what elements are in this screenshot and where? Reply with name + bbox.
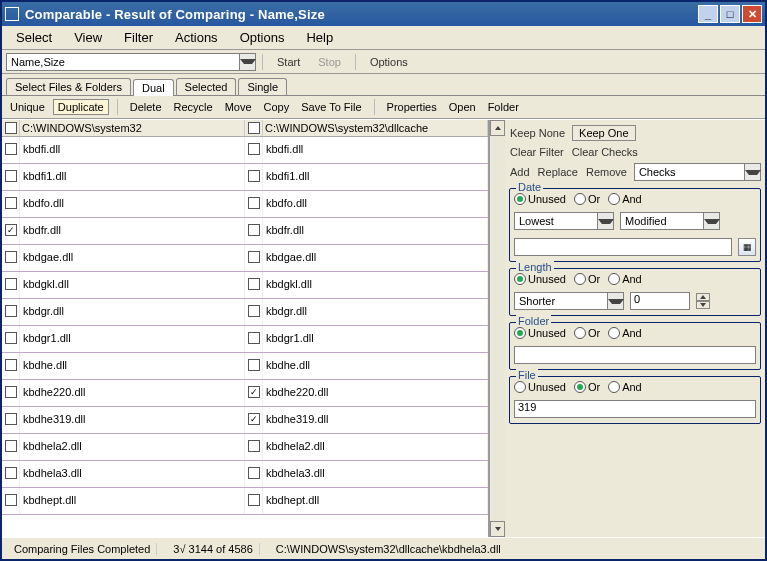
keep-none-link[interactable]: Keep None	[509, 126, 566, 140]
row-check-left[interactable]	[2, 245, 20, 271]
row-left-file[interactable]: kbdhela3.dll	[20, 461, 245, 487]
tab-dual[interactable]: Dual	[133, 79, 174, 96]
header-check-right[interactable]	[245, 120, 263, 136]
scroll-track[interactable]	[490, 136, 505, 521]
date-radio-and[interactable]: And	[608, 193, 642, 205]
row-right-file[interactable]: kbdhela3.dll	[263, 461, 488, 487]
add-link[interactable]: Add	[509, 165, 531, 179]
menu-select[interactable]: Select	[6, 28, 62, 47]
row-check-left[interactable]	[2, 407, 20, 433]
scroll-down-icon[interactable]	[490, 521, 505, 537]
row-check-left[interactable]	[2, 488, 20, 514]
row-check-right[interactable]	[245, 218, 263, 244]
row-right-file[interactable]: kbdfr.dll	[263, 218, 488, 244]
folder-radio-unused[interactable]: Unused	[514, 327, 566, 339]
row-left-file[interactable]: kbdhept.dll	[20, 488, 245, 514]
row-left-file[interactable]: kbdfo.dll	[20, 191, 245, 217]
row-right-file[interactable]: kbdgr1.dll	[263, 326, 488, 352]
row-check-right[interactable]	[245, 326, 263, 352]
date-radio-or[interactable]: Or	[574, 193, 600, 205]
chevron-down-icon[interactable]	[597, 213, 613, 229]
folder-button[interactable]: Folder	[484, 100, 523, 114]
row-right-file[interactable]: kbdfo.dll	[263, 191, 488, 217]
row-left-file[interactable]: kbdgkl.dll	[20, 272, 245, 298]
row-check-right[interactable]	[245, 272, 263, 298]
row-left-file[interactable]: kbdgae.dll	[20, 245, 245, 271]
row-right-file[interactable]: kbdhe.dll	[263, 353, 488, 379]
row-right-file[interactable]: kbdfi1.dll	[263, 164, 488, 190]
recycle-button[interactable]: Recycle	[170, 100, 217, 114]
date-field-combo[interactable]: Modified	[620, 212, 720, 230]
row-left-file[interactable]: kbdgr.dll	[20, 299, 245, 325]
remove-link[interactable]: Remove	[585, 165, 628, 179]
minimize-button[interactable]: _	[698, 5, 718, 23]
row-right-file[interactable]: kbdhe220.dll	[263, 380, 488, 406]
row-check-left[interactable]	[2, 299, 20, 325]
row-check-right[interactable]	[245, 164, 263, 190]
row-check-left[interactable]	[2, 326, 20, 352]
table-row[interactable]: kbdgr.dllkbdgr.dll	[2, 299, 488, 326]
row-check-right[interactable]	[245, 245, 263, 271]
date-input[interactable]	[514, 238, 732, 256]
copy-button[interactable]: Copy	[260, 100, 294, 114]
unique-button[interactable]: Unique	[6, 100, 49, 114]
start-button[interactable]: Start	[269, 54, 308, 70]
row-check-right[interactable]	[245, 191, 263, 217]
chevron-down-icon[interactable]	[744, 164, 760, 180]
keep-one-button[interactable]: Keep One	[572, 125, 636, 141]
table-row[interactable]: kbdhela3.dllkbdhela3.dll	[2, 461, 488, 488]
chevron-down-icon[interactable]	[607, 293, 623, 309]
table-row[interactable]: kbdgr1.dllkbdgr1.dll	[2, 326, 488, 353]
row-check-left[interactable]	[2, 353, 20, 379]
row-check-right[interactable]	[245, 488, 263, 514]
header-left-path[interactable]: C:\WINDOWS\system32	[20, 120, 245, 136]
table-row[interactable]: kbdgae.dllkbdgae.dll	[2, 245, 488, 272]
table-row[interactable]: kbdfi.dllkbdfi.dll	[2, 137, 488, 164]
row-right-file[interactable]: kbdfi.dll	[263, 137, 488, 163]
scroll-up-icon[interactable]	[490, 120, 505, 136]
date-extent-combo[interactable]: Lowest	[514, 212, 614, 230]
duplicate-button[interactable]: Duplicate	[53, 99, 109, 115]
file-radio-or[interactable]: Or	[574, 381, 600, 393]
length-radio-or[interactable]: Or	[574, 273, 600, 285]
menu-view[interactable]: View	[64, 28, 112, 47]
length-radio-and[interactable]: And	[608, 273, 642, 285]
menu-help[interactable]: Help	[296, 28, 343, 47]
save-to-file-button[interactable]: Save To File	[297, 100, 365, 114]
row-left-file[interactable]: kbdhe.dll	[20, 353, 245, 379]
properties-button[interactable]: Properties	[383, 100, 441, 114]
table-row[interactable]: kbdfr.dllkbdfr.dll	[2, 218, 488, 245]
folder-radio-and[interactable]: And	[608, 327, 642, 339]
table-row[interactable]: kbdgkl.dllkbdgkl.dll	[2, 272, 488, 299]
row-check-left[interactable]	[2, 164, 20, 190]
row-check-left[interactable]	[2, 272, 20, 298]
length-spinner[interactable]	[696, 293, 710, 309]
row-left-file[interactable]: kbdhe220.dll	[20, 380, 245, 406]
row-check-left[interactable]	[2, 218, 20, 244]
row-left-file[interactable]: kbdfi.dll	[20, 137, 245, 163]
file-input[interactable]: 319	[514, 400, 756, 418]
row-check-left[interactable]	[2, 434, 20, 460]
close-button[interactable]: ✕	[742, 5, 762, 23]
calendar-icon[interactable]: ▦	[738, 238, 756, 256]
row-left-file[interactable]: kbdgr1.dll	[20, 326, 245, 352]
clear-checks-link[interactable]: Clear Checks	[571, 145, 639, 159]
row-check-right[interactable]	[245, 380, 263, 406]
row-check-left[interactable]	[2, 191, 20, 217]
length-radio-unused[interactable]: Unused	[514, 273, 566, 285]
delete-button[interactable]: Delete	[126, 100, 166, 114]
header-check-left[interactable]	[2, 120, 20, 136]
row-right-file[interactable]: kbdhe319.dll	[263, 407, 488, 433]
row-check-right[interactable]	[245, 299, 263, 325]
clear-filter-link[interactable]: Clear Filter	[509, 145, 565, 159]
table-row[interactable]: kbdhe220.dllkbdhe220.dll	[2, 380, 488, 407]
length-type-combo[interactable]: Shorter	[514, 292, 624, 310]
table-row[interactable]: kbdhela2.dllkbdhela2.dll	[2, 434, 488, 461]
row-left-file[interactable]: kbdhe319.dll	[20, 407, 245, 433]
table-row[interactable]: kbdfi1.dllkbdfi1.dll	[2, 164, 488, 191]
chevron-down-icon[interactable]	[239, 54, 255, 70]
row-left-file[interactable]: kbdhela2.dll	[20, 434, 245, 460]
row-right-file[interactable]: kbdgkl.dll	[263, 272, 488, 298]
chevron-down-icon[interactable]	[703, 213, 719, 229]
open-button[interactable]: Open	[445, 100, 480, 114]
